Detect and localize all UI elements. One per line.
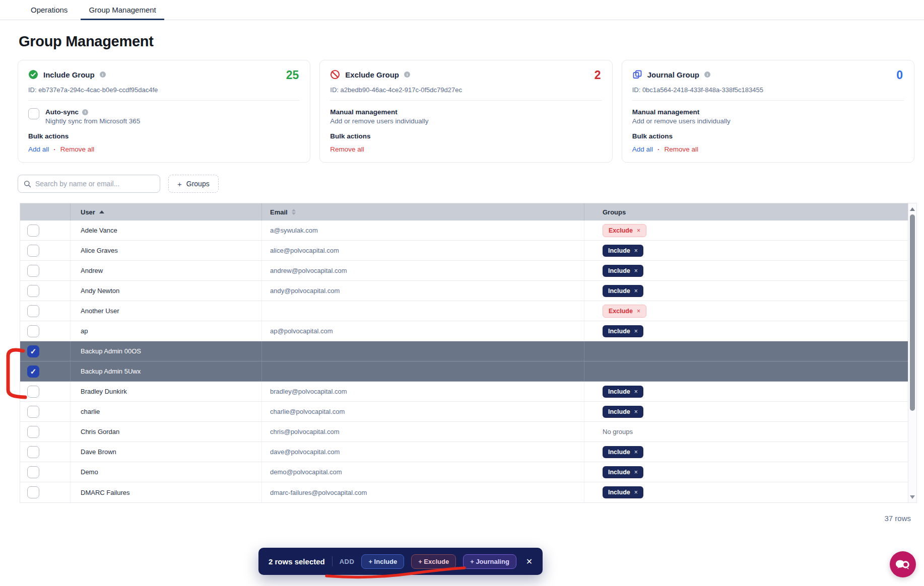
user-groups-cell: No groups [584,422,916,442]
remove-all-link[interactable]: Remove all [60,145,95,153]
table-row[interactable]: Andrewandrew@polvocapital.comInclude × [20,261,916,281]
info-icon[interactable]: i [100,71,106,78]
remove-from-group-icon[interactable]: × [634,328,638,335]
user-name: Dave Brown [81,448,116,456]
user-name: Backup Admin 5Uwx [81,368,141,375]
user-name-cell: Backup Admin 5Uwx [71,361,262,381]
row-checkbox[interactable] [27,426,39,438]
row-checkbox[interactable] [27,386,39,398]
row-checkbox[interactable] [27,285,39,297]
header-user[interactable]: User [71,203,262,221]
include-group-badge[interactable]: Include × [603,406,643,418]
row-checkbox[interactable] [27,466,39,478]
info-icon[interactable]: i [704,71,710,78]
table-row[interactable]: charliecharlie@polvocapital.comInclude × [20,402,916,422]
chat-launcher-button[interactable] [890,551,916,577]
include-check-icon [28,69,38,80]
exclude-group-badge[interactable]: Exclude × [603,224,646,237]
row-checkbox-cell [20,261,71,280]
table-row[interactable]: ✓Backup Admin 00OS [20,341,916,361]
row-checkbox-cell [20,422,71,442]
exclude-group-card: Exclude Group i 2 ID: a2bedb90-46ac-4ce2… [319,60,612,163]
table-row[interactable]: apap@polvocapital.comInclude × [20,321,916,341]
table-row[interactable]: ✓Backup Admin 5Uwx [20,361,916,382]
close-icon[interactable]: ✕ [526,557,533,566]
row-checkbox[interactable]: ✓ [27,345,39,357]
scrollbar-thumb[interactable] [910,214,915,411]
no-groups-label: No groups [603,428,633,435]
remove-all-link[interactable]: Remove all [330,145,364,153]
user-groups-cell: Include × [584,482,916,502]
user-groups-cell: Include × [584,402,916,421]
row-checkbox[interactable] [27,225,39,237]
row-checkbox[interactable] [27,486,39,498]
include-group-badge[interactable]: Include × [603,245,643,257]
include-group-badge[interactable]: Include × [603,265,643,277]
table-row[interactable]: DMARC Failuresdmarc-failures@polvocapita… [20,482,916,502]
row-checkbox[interactable] [27,245,39,257]
add-exclude-button[interactable]: + Exclude [411,554,456,569]
header-groups[interactable]: Groups [584,203,916,221]
tab-group-management[interactable]: Group Management [81,1,164,20]
exclude-group-badge[interactable]: Exclude × [603,305,646,318]
table-row[interactable]: Another UserExclude × [20,301,916,321]
include-group-badge[interactable]: Include × [603,386,643,398]
remove-from-group-icon[interactable]: × [634,287,638,295]
scroll-up-arrow-icon[interactable] [908,205,916,213]
row-checkbox[interactable] [27,265,39,277]
remove-from-group-icon[interactable]: × [634,388,638,395]
info-icon[interactable]: i [404,71,410,78]
remove-from-group-icon[interactable]: × [634,449,638,456]
row-checkbox[interactable] [27,325,39,337]
remove-from-group-icon[interactable]: × [634,267,638,274]
remove-from-group-icon[interactable]: × [634,408,638,415]
user-name: Alice Graves [81,247,118,254]
row-checkbox[interactable] [27,406,39,418]
selection-action-bar: 2 rows selected ADD + Include + Exclude … [258,548,543,575]
table-row[interactable]: Chris Gordanchris@polvocapital.comNo gro… [20,422,916,442]
add-all-link[interactable]: Add all [28,145,49,153]
tab-operations[interactable]: Operations [23,1,76,20]
exclude-group-title: Exclude Group [345,70,399,79]
remove-from-group-icon[interactable]: × [637,227,640,234]
search-box[interactable] [18,175,160,193]
user-email: andy@polvocapital.com [270,287,340,295]
info-icon[interactable]: i [82,109,88,115]
remove-from-group-icon[interactable]: × [634,469,638,476]
auto-sync-checkbox[interactable] [28,108,39,119]
search-input[interactable] [35,180,154,188]
row-checkbox[interactable]: ✓ [27,365,39,378]
header-email[interactable]: Email [262,203,584,221]
table-row[interactable]: Bradley Dunkirkbradley@polvocapital.comI… [20,382,916,402]
include-group-badge[interactable]: Include × [603,486,643,498]
scroll-down-arrow-icon[interactable] [908,493,916,501]
user-groups-cell: Include × [584,261,916,280]
remove-from-group-icon[interactable]: × [634,489,638,496]
journal-group-card: Journal Group i 0 ID: 0bc1a564-2418-433f… [622,60,914,163]
row-checkbox[interactable] [27,446,39,458]
include-group-badge[interactable]: Include × [603,325,643,337]
user-email-cell: dmarc-failures@polvocapital.com [262,482,584,502]
include-group-id: ID: eb737e7a-294c-4cac-b0e9-ccdf95dac4fe [28,86,300,101]
table-row[interactable]: Alice Gravesalice@polvocapital.comInclud… [20,241,916,261]
remove-all-link[interactable]: Remove all [664,145,698,153]
remove-from-group-icon[interactable]: × [634,247,638,254]
table-scrollbar[interactable] [908,203,916,502]
table-row[interactable]: Andy Newtonandy@polvocapital.comInclude … [20,281,916,301]
include-group-title: Include Group [43,70,95,79]
include-group-badge[interactable]: Include × [603,466,643,478]
add-journaling-button[interactable]: + Journaling [463,554,516,569]
table-row[interactable]: Dave Browndave@polvocapital.comInclude × [20,442,916,462]
user-email: andrew@polvocapital.com [270,267,347,274]
include-group-badge[interactable]: Include × [603,285,643,297]
table-row[interactable]: Demodemo@polvocapital.comInclude × [20,462,916,482]
include-group-badge[interactable]: Include × [603,446,643,458]
row-checkbox[interactable] [27,305,39,317]
groups-filter-button[interactable]: + Groups [168,175,219,193]
add-include-button[interactable]: + Include [361,554,404,569]
add-all-link[interactable]: Add all [632,145,653,153]
remove-from-group-icon[interactable]: × [637,308,640,315]
user-groups-cell: Include × [584,462,916,482]
table-row[interactable]: Adele Vancea@sywulak.comExclude × [20,221,916,241]
user-name-cell: Backup Admin 00OS [71,341,262,361]
